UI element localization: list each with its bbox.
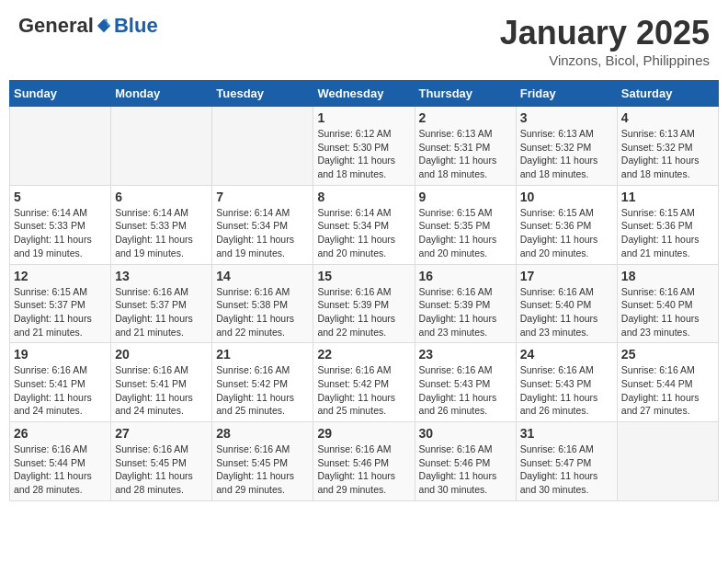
calendar-cell: 9Sunrise: 6:15 AM Sunset: 5:35 PM Daylig… (415, 185, 516, 264)
weekday-header-thursday: Thursday (415, 81, 516, 107)
day-number: 25 (621, 347, 714, 362)
day-number: 28 (216, 426, 309, 441)
calendar-cell: 20Sunrise: 6:16 AM Sunset: 5:41 PM Dayli… (111, 343, 212, 422)
day-number: 22 (317, 347, 410, 362)
day-number: 15 (317, 269, 410, 283)
weekday-header-sunday: Sunday (10, 81, 111, 107)
day-number: 20 (115, 347, 208, 362)
day-info: Sunrise: 6:16 AM Sunset: 5:41 PM Dayligh… (14, 363, 107, 418)
day-info: Sunrise: 6:16 AM Sunset: 5:46 PM Dayligh… (419, 442, 512, 497)
calendar-cell: 29Sunrise: 6:16 AM Sunset: 5:46 PM Dayli… (313, 422, 415, 501)
calendar-cell: 31Sunrise: 6:16 AM Sunset: 5:47 PM Dayli… (516, 422, 617, 501)
day-number: 13 (115, 269, 208, 283)
day-number: 24 (520, 347, 613, 362)
day-info: Sunrise: 6:14 AM Sunset: 5:33 PM Dayligh… (115, 206, 208, 260)
calendar-cell: 27Sunrise: 6:16 AM Sunset: 5:45 PM Dayli… (111, 422, 212, 501)
calendar-week-row: 19Sunrise: 6:16 AM Sunset: 5:41 PM Dayli… (10, 343, 719, 422)
calendar-cell (10, 107, 111, 186)
calendar-cell: 19Sunrise: 6:16 AM Sunset: 5:41 PM Dayli… (10, 343, 111, 422)
weekday-header-friday: Friday (516, 81, 617, 107)
page-header: General Blue January 2025 Vinzons, Bicol… (9, 9, 719, 73)
calendar-week-row: 1Sunrise: 6:12 AM Sunset: 5:30 PM Daylig… (10, 107, 719, 186)
day-number: 11 (621, 190, 714, 204)
weekday-header-monday: Monday (111, 81, 212, 107)
logo-icon (96, 17, 112, 34)
day-info: Sunrise: 6:16 AM Sunset: 5:43 PM Dayligh… (419, 363, 512, 418)
day-number: 21 (216, 347, 309, 362)
day-number: 14 (216, 269, 309, 283)
calendar-cell: 4Sunrise: 6:13 AM Sunset: 5:32 PM Daylig… (617, 107, 718, 186)
day-number: 17 (520, 269, 613, 283)
calendar-cell: 12Sunrise: 6:15 AM Sunset: 5:37 PM Dayli… (10, 264, 111, 343)
calendar-week-row: 26Sunrise: 6:16 AM Sunset: 5:44 PM Dayli… (10, 422, 719, 501)
day-number: 1 (317, 110, 410, 125)
calendar-cell: 23Sunrise: 6:16 AM Sunset: 5:43 PM Dayli… (415, 343, 516, 422)
calendar-cell: 16Sunrise: 6:16 AM Sunset: 5:39 PM Dayli… (415, 264, 516, 343)
day-info: Sunrise: 6:16 AM Sunset: 5:39 PM Dayligh… (419, 285, 512, 339)
logo-general: General (18, 14, 94, 38)
calendar-cell: 6Sunrise: 6:14 AM Sunset: 5:33 PM Daylig… (111, 185, 212, 264)
day-number: 12 (14, 269, 107, 283)
day-info: Sunrise: 6:16 AM Sunset: 5:38 PM Dayligh… (216, 285, 309, 339)
weekday-header-saturday: Saturday (617, 81, 718, 107)
day-info: Sunrise: 6:14 AM Sunset: 5:34 PM Dayligh… (317, 206, 410, 260)
calendar-cell (617, 422, 718, 501)
day-info: Sunrise: 6:15 AM Sunset: 5:35 PM Dayligh… (419, 206, 512, 260)
calendar-cell: 14Sunrise: 6:16 AM Sunset: 5:38 PM Dayli… (212, 264, 313, 343)
day-info: Sunrise: 6:16 AM Sunset: 5:39 PM Dayligh… (317, 285, 410, 339)
calendar-cell: 5Sunrise: 6:14 AM Sunset: 5:33 PM Daylig… (10, 185, 111, 264)
day-info: Sunrise: 6:16 AM Sunset: 5:41 PM Dayligh… (115, 363, 208, 418)
day-info: Sunrise: 6:16 AM Sunset: 5:43 PM Dayligh… (520, 363, 613, 418)
calendar-cell: 26Sunrise: 6:16 AM Sunset: 5:44 PM Dayli… (10, 422, 111, 501)
weekday-header-row: SundayMondayTuesdayWednesdayThursdayFrid… (10, 81, 719, 107)
calendar-cell: 25Sunrise: 6:16 AM Sunset: 5:44 PM Dayli… (617, 343, 718, 422)
day-number: 31 (520, 426, 613, 441)
day-info: Sunrise: 6:13 AM Sunset: 5:31 PM Dayligh… (419, 127, 512, 181)
day-info: Sunrise: 6:13 AM Sunset: 5:32 PM Dayligh… (520, 127, 613, 181)
calendar-cell: 15Sunrise: 6:16 AM Sunset: 5:39 PM Dayli… (313, 264, 415, 343)
day-number: 18 (621, 269, 714, 283)
calendar-cell (212, 107, 313, 186)
day-info: Sunrise: 6:16 AM Sunset: 5:45 PM Dayligh… (115, 442, 208, 497)
day-number: 16 (419, 269, 512, 283)
day-number: 8 (317, 190, 410, 204)
calendar-cell: 7Sunrise: 6:14 AM Sunset: 5:34 PM Daylig… (212, 185, 313, 264)
day-info: Sunrise: 6:16 AM Sunset: 5:40 PM Dayligh… (520, 285, 613, 339)
calendar-cell: 11Sunrise: 6:15 AM Sunset: 5:36 PM Dayli… (617, 185, 718, 264)
day-info: Sunrise: 6:16 AM Sunset: 5:37 PM Dayligh… (115, 285, 208, 339)
day-number: 2 (419, 110, 512, 125)
day-info: Sunrise: 6:16 AM Sunset: 5:42 PM Dayligh… (216, 363, 309, 418)
logo: General Blue (18, 14, 158, 38)
calendar-cell: 10Sunrise: 6:15 AM Sunset: 5:36 PM Dayli… (516, 185, 617, 264)
day-number: 4 (621, 110, 714, 125)
day-info: Sunrise: 6:16 AM Sunset: 5:44 PM Dayligh… (621, 363, 714, 418)
weekday-header-wednesday: Wednesday (313, 81, 415, 107)
day-number: 3 (520, 110, 613, 125)
calendar-table: SundayMondayTuesdayWednesdayThursdayFrid… (9, 80, 719, 501)
day-info: Sunrise: 6:14 AM Sunset: 5:33 PM Dayligh… (14, 206, 107, 260)
day-number: 7 (216, 190, 309, 204)
calendar-cell: 13Sunrise: 6:16 AM Sunset: 5:37 PM Dayli… (111, 264, 212, 343)
month-title: January 2025 (500, 14, 710, 52)
weekday-header-tuesday: Tuesday (212, 81, 313, 107)
calendar-cell: 1Sunrise: 6:12 AM Sunset: 5:30 PM Daylig… (313, 107, 415, 186)
day-info: Sunrise: 6:12 AM Sunset: 5:30 PM Dayligh… (317, 127, 410, 181)
day-number: 19 (14, 347, 107, 362)
calendar-week-row: 5Sunrise: 6:14 AM Sunset: 5:33 PM Daylig… (10, 185, 719, 264)
logo-blue: Blue (114, 14, 158, 38)
day-info: Sunrise: 6:15 AM Sunset: 5:36 PM Dayligh… (621, 206, 714, 260)
day-info: Sunrise: 6:16 AM Sunset: 5:45 PM Dayligh… (216, 442, 309, 497)
calendar-cell: 30Sunrise: 6:16 AM Sunset: 5:46 PM Dayli… (415, 422, 516, 501)
day-info: Sunrise: 6:14 AM Sunset: 5:34 PM Dayligh… (216, 206, 309, 260)
day-number: 30 (419, 426, 512, 441)
day-info: Sunrise: 6:16 AM Sunset: 5:42 PM Dayligh… (317, 363, 410, 418)
day-info: Sunrise: 6:16 AM Sunset: 5:44 PM Dayligh… (14, 442, 107, 497)
calendar-cell: 3Sunrise: 6:13 AM Sunset: 5:32 PM Daylig… (516, 107, 617, 186)
day-number: 27 (115, 426, 208, 441)
title-block: January 2025 Vinzons, Bicol, Philippines (500, 14, 710, 68)
day-info: Sunrise: 6:16 AM Sunset: 5:46 PM Dayligh… (317, 442, 410, 497)
calendar-cell (111, 107, 212, 186)
calendar-cell: 2Sunrise: 6:13 AM Sunset: 5:31 PM Daylig… (415, 107, 516, 186)
calendar-cell: 28Sunrise: 6:16 AM Sunset: 5:45 PM Dayli… (212, 422, 313, 501)
calendar-cell: 18Sunrise: 6:16 AM Sunset: 5:40 PM Dayli… (617, 264, 718, 343)
